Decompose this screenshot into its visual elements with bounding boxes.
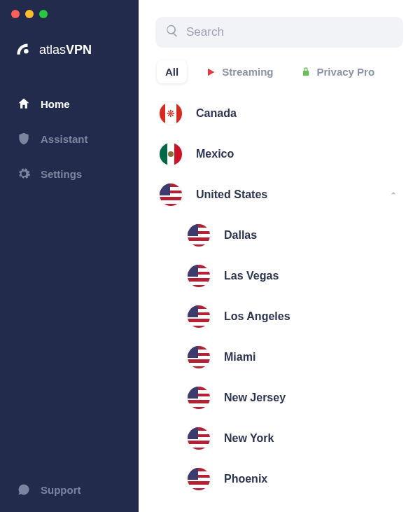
main: All Streaming Privacy Pro ❋CanadaMexicoU…	[139, 0, 420, 512]
tab-all[interactable]: All	[157, 60, 187, 83]
nav-assistant[interactable]: Assistant	[7, 123, 132, 154]
nav-assistant-label: Assistant	[41, 133, 88, 145]
window-controls	[0, 0, 139, 25]
flag-icon	[188, 387, 210, 409]
nav-home[interactable]: Home	[7, 88, 132, 119]
nav-support-label: Support	[41, 484, 81, 496]
search-box[interactable]	[155, 17, 403, 48]
city-label: Dallas	[224, 229, 399, 242]
city-row[interactable]: New Jersey	[155, 378, 403, 418]
sidebar: atlasVPN Home Assistant Settings	[0, 0, 139, 512]
gear-icon	[17, 167, 31, 181]
svg-point-0	[24, 49, 29, 54]
server-list: ❋CanadaMexicoUnited StatesDallasLas Vega…	[155, 93, 403, 512]
nav-settings-label: Settings	[41, 168, 82, 180]
nav-settings[interactable]: Settings	[7, 158, 132, 189]
city-label: Miami	[224, 351, 399, 364]
country-label: United States	[196, 188, 388, 201]
flag-icon: ❋	[160, 102, 182, 125]
city-label: Las Vegas	[224, 270, 399, 282]
nav: Home Assistant Settings	[0, 88, 139, 467]
minimize-window-button[interactable]	[25, 10, 34, 18]
lock-icon	[300, 67, 312, 78]
city-row[interactable]: Phoenix	[155, 459, 403, 499]
country-label: Canada	[196, 107, 399, 120]
flag-icon	[188, 224, 210, 247]
brand-name: atlasVPN	[39, 43, 92, 57]
city-row[interactable]: Dallas	[155, 215, 403, 256]
country-row[interactable]: Mexico	[155, 134, 403, 174]
city-label: New York	[224, 432, 399, 445]
tab-streaming-label: Streaming	[222, 66, 273, 78]
flag-icon	[188, 265, 210, 287]
tab-privacy-pro[interactable]: Privacy Pro	[292, 60, 384, 83]
tab-streaming[interactable]: Streaming	[197, 60, 281, 83]
country-row[interactable]: United States	[155, 174, 403, 215]
search-input[interactable]	[186, 25, 393, 39]
tab-all-label: All	[165, 66, 178, 78]
home-icon	[17, 97, 31, 111]
brand: atlasVPN	[0, 25, 139, 88]
country-row[interactable]: ❋Canada	[155, 93, 403, 134]
chat-icon	[17, 483, 31, 497]
close-window-button[interactable]	[11, 10, 20, 18]
search-icon	[165, 24, 179, 41]
tab-privacy-pro-label: Privacy Pro	[317, 66, 375, 78]
city-label: Phoenix	[224, 473, 399, 485]
flag-icon	[188, 427, 210, 450]
flag-icon	[160, 143, 182, 165]
nav-home-label: Home	[41, 98, 70, 110]
country-label: Mexico	[196, 148, 399, 160]
bottom-nav: Support	[0, 467, 139, 512]
play-icon	[205, 67, 216, 78]
city-row[interactable]: Miami	[155, 337, 403, 378]
city-row[interactable]: New York	[155, 418, 403, 459]
city-row[interactable]: Los Angeles	[155, 296, 403, 337]
flag-icon	[188, 305, 210, 328]
maximize-window-button[interactable]	[39, 10, 48, 18]
shield-icon	[17, 132, 31, 146]
chevron-up-icon	[388, 188, 399, 202]
flag-icon	[160, 184, 182, 206]
city-row[interactable]: Las Vegas	[155, 256, 403, 296]
city-label: Los Angeles	[224, 310, 399, 323]
flag-icon	[188, 346, 210, 368]
nav-support[interactable]: Support	[7, 474, 132, 505]
brand-icon	[14, 39, 32, 60]
city-label: New Jersey	[224, 392, 399, 404]
tabs: All Streaming Privacy Pro	[155, 60, 403, 83]
flag-icon	[188, 468, 210, 490]
